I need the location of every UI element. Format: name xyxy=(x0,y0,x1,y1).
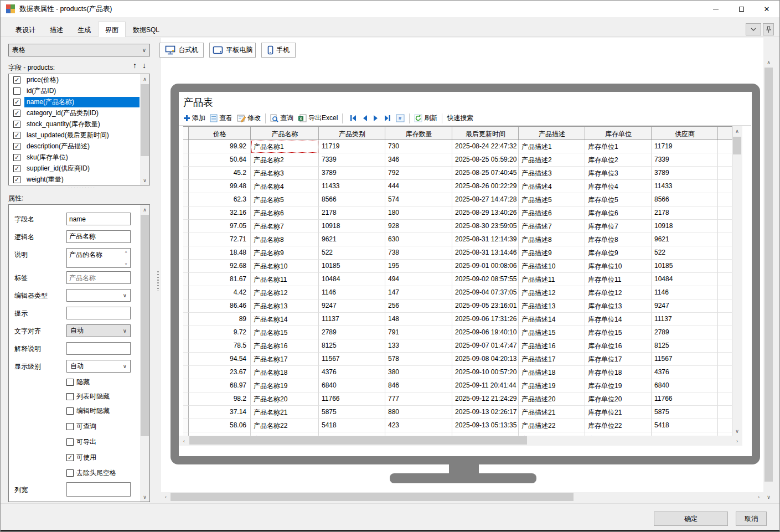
table-cell[interactable]: 库存单位18 xyxy=(585,366,652,379)
table-cell[interactable]: 777 xyxy=(385,392,452,406)
table-cell[interactable]: 产品名称16 xyxy=(251,339,319,353)
table-cell[interactable]: 产品描述7 xyxy=(519,220,585,233)
field-checkbox[interactable]: ✓ xyxy=(13,143,20,150)
close-button[interactable]: ✕ xyxy=(754,1,779,17)
checkbox[interactable] xyxy=(66,407,74,415)
table-cell[interactable]: 产品描述9 xyxy=(519,246,585,260)
row-selector[interactable] xyxy=(183,326,189,339)
scrollbar-thumb[interactable] xyxy=(764,68,773,482)
prop-hint-input[interactable] xyxy=(66,307,131,319)
table-cell[interactable]: 346 xyxy=(385,153,452,167)
table-cell[interactable]: 81.67 xyxy=(189,273,251,286)
table-cell[interactable]: 11719 xyxy=(319,140,385,153)
table-cell[interactable]: 11433 xyxy=(319,180,385,193)
table-cell[interactable]: 产品名称13 xyxy=(251,299,319,313)
table-cell[interactable]: 产品描述14 xyxy=(519,313,585,326)
table-cell[interactable]: 2025-08-31 13:14:46 xyxy=(452,246,519,260)
table-cell[interactable]: 产品名称19 xyxy=(251,379,319,392)
table-cell[interactable]: 2025-08-25 07:40:45 xyxy=(452,167,519,180)
column-header[interactable]: 供应商 xyxy=(652,127,718,140)
table-cell[interactable]: 89 xyxy=(189,313,251,326)
table-cell[interactable]: 产品名称12 xyxy=(251,286,319,299)
table-cell[interactable]: 产品描述17 xyxy=(519,353,585,366)
row-selector[interactable] xyxy=(183,286,189,299)
column-header[interactable]: 库存单位 xyxy=(585,127,652,140)
table-cell[interactable]: 2789 xyxy=(319,326,385,339)
table-cell[interactable]: 库存单位8 xyxy=(585,233,652,246)
table-cell[interactable]: 11567 xyxy=(652,353,718,366)
table-cell[interactable]: 4.42 xyxy=(189,286,251,299)
table-cell[interactable]: 32.16 xyxy=(189,206,251,220)
table-cell[interactable]: 产品名称15 xyxy=(251,326,319,339)
table-cell[interactable]: 产品描述6 xyxy=(519,206,585,220)
table-cell[interactable]: 2025-09-01 00:08:06 xyxy=(452,260,519,273)
table-cell[interactable]: 2025-09-02 08:57:55 xyxy=(452,273,519,286)
preview-vertical-scrollbar[interactable]: ∧ ∨ xyxy=(764,58,773,502)
table-cell[interactable]: 产品名称21 xyxy=(251,406,319,419)
table-cell[interactable]: 产品名称18 xyxy=(251,366,319,379)
field-list-scrollbar[interactable]: ∧ ∨ xyxy=(140,74,149,185)
prop-description-input[interactable]: 产品的名称∧∨ xyxy=(66,248,131,268)
table-cell[interactable]: 5875 xyxy=(652,406,718,419)
table-cell[interactable]: 库存单位16 xyxy=(585,339,652,353)
table-cell[interactable]: 133 xyxy=(385,339,452,353)
prop-explain-input[interactable] xyxy=(66,342,131,355)
field-item[interactable]: ✓description(产品描述) xyxy=(9,141,149,152)
checkbox[interactable] xyxy=(66,379,74,386)
table-cell[interactable]: 195 xyxy=(385,260,452,273)
row-selector[interactable] xyxy=(183,379,189,392)
table-cell[interactable]: 产品描述19 xyxy=(519,379,585,392)
checkbox[interactable] xyxy=(66,393,74,400)
row-selector[interactable] xyxy=(183,127,189,140)
table-cell[interactable]: 库存单位11 xyxy=(585,273,652,286)
table-cell[interactable]: 97.05 xyxy=(189,220,251,233)
table-cell[interactable]: 574 xyxy=(385,193,452,206)
table-cell[interactable]: 5418 xyxy=(319,419,385,432)
row-selector[interactable] xyxy=(183,313,189,326)
table-cell[interactable]: 522 xyxy=(652,246,718,260)
table-cell[interactable]: 产品名称9 xyxy=(251,246,319,260)
scroll-up-icon[interactable]: ∧ xyxy=(140,205,149,214)
flag-exportable[interactable]: 可导出 xyxy=(66,437,96,447)
nav-first-button[interactable] xyxy=(349,115,357,122)
table-cell[interactable]: 产品名称11 xyxy=(251,273,319,286)
table-cell[interactable]: 86.46 xyxy=(189,299,251,313)
scroll-left-icon[interactable]: ‹ xyxy=(161,492,171,502)
table-cell[interactable]: 产品名称2 xyxy=(251,153,319,167)
table-cell[interactable]: 库存单位21 xyxy=(585,406,652,419)
row-selector[interactable] xyxy=(183,246,189,260)
table-cell[interactable]: 产品名称14 xyxy=(251,313,319,326)
field-item[interactable]: id(产品ID) xyxy=(9,85,149,96)
table-cell[interactable]: 380 xyxy=(385,366,452,379)
table-cell[interactable]: 产品描述12 xyxy=(519,286,585,299)
table-cell[interactable]: 产品名称6 xyxy=(251,206,319,220)
table-cell[interactable]: 2025-09-11 20:41:44 xyxy=(452,379,519,392)
table-cell[interactable]: 147 xyxy=(385,286,452,299)
quick-search-button[interactable]: 快速搜索 xyxy=(447,113,473,123)
table-cell[interactable]: 2025-09-13 02:26:17 xyxy=(452,406,519,419)
table-cell[interactable]: 产品名称3 xyxy=(251,167,319,180)
field-item[interactable]: ✓weight(重量) xyxy=(9,174,149,185)
table-cell[interactable]: 45.2 xyxy=(189,167,251,180)
prop-display_level-select[interactable]: 自动∨ xyxy=(66,360,131,373)
flag-queryable[interactable]: 可查询 xyxy=(66,422,96,431)
table-cell[interactable]: 2789 xyxy=(652,326,718,339)
field-checkbox[interactable]: ✓ xyxy=(13,154,20,161)
table-cell[interactable]: 2025-08-30 23:59:05 xyxy=(452,220,519,233)
table-cell[interactable]: 产品名称5 xyxy=(251,193,319,206)
tab-table-design[interactable]: 表设计 xyxy=(8,23,43,37)
table-cell[interactable]: 产品描述10 xyxy=(519,260,585,273)
row-selector[interactable] xyxy=(183,339,189,353)
table-cell[interactable]: 库存单位13 xyxy=(585,299,652,313)
table-cell[interactable]: 9247 xyxy=(319,299,385,313)
checkbox[interactable] xyxy=(66,423,74,430)
table-cell[interactable]: 2025-09-04 07:37:05 xyxy=(452,286,519,299)
field-move-down-button[interactable]: ↓ xyxy=(142,61,146,70)
table-cell[interactable]: 库存单位2 xyxy=(585,153,652,167)
field-checkbox[interactable]: ✓ xyxy=(13,99,20,106)
table-cell[interactable]: 18.48 xyxy=(189,246,251,260)
table-cell[interactable]: 10484 xyxy=(652,273,718,286)
refresh-button[interactable]: 刷新 xyxy=(414,113,437,123)
table-cell[interactable]: 产品描述4 xyxy=(519,180,585,193)
column-header[interactable]: 价格 xyxy=(189,127,251,140)
